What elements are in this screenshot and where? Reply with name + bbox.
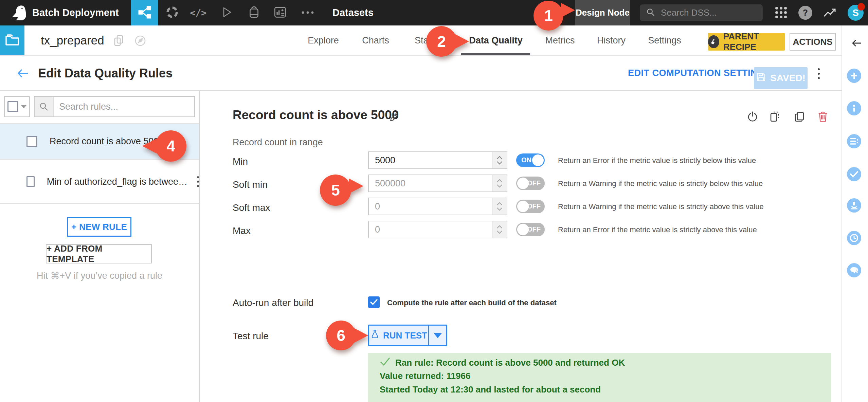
recipe-broom-icon [708,35,719,48]
pin-number: 4 [166,137,175,155]
tab-settings[interactable]: Settings [648,25,681,55]
dashboard-icon [273,5,287,20]
stepper-icon[interactable] [492,175,507,191]
rail-lab-icon[interactable] [847,198,861,213]
rule-editor: Record count is above 5000 Record count … [200,91,842,402]
autorun-checkbox[interactable] [368,296,380,308]
page-header: Edit Data Quality Rules EDIT COMPUTATION… [0,56,842,91]
select-all-rules[interactable] [4,96,30,117]
help-button[interactable]: ? [798,6,812,20]
code-nav-tile[interactable]: </> [185,0,212,25]
gauge-icon[interactable] [134,34,147,49]
parent-recipe-button[interactable]: PARENT RECIPE [708,33,785,51]
soft-min-input-field[interactable] [369,175,492,191]
select-all-checkbox[interactable] [7,101,18,112]
paste-hint: Hit ⌘+V if you’ve copied a rule [0,270,199,281]
flow-nav-tile[interactable] [131,0,158,25]
soft-min-input[interactable] [368,175,507,192]
jobs-nav-tile[interactable] [159,0,186,25]
back-arrow-icon[interactable] [16,68,30,80]
rail-discussions-icon[interactable] [847,263,861,277]
global-search[interactable] [640,4,763,21]
run-nav-tile[interactable] [213,0,240,25]
search-icon [35,97,54,116]
actions-button[interactable]: ACTIONS [790,33,836,51]
search-icon [646,7,655,18]
edit-computation-settings-link[interactable]: EDIT COMPUTATION SETTINGS [628,56,771,90]
page-menu-kebab[interactable] [818,68,820,79]
project-title[interactable]: Batch Deployment [32,0,119,25]
rules-search[interactable] [34,96,195,117]
stepper-icon[interactable] [492,152,507,168]
delete-trash-icon[interactable] [817,110,829,124]
more-nav-tile[interactable] [294,0,321,25]
design-node-button[interactable]: Design Node [575,0,630,25]
min-input[interactable] [368,151,507,169]
dataset-type-tile[interactable] [0,25,24,55]
rule-item-kebab[interactable] [197,176,199,187]
max-input-field[interactable] [369,221,492,238]
max-toggle[interactable]: OFF [516,223,545,236]
rail-history-icon[interactable] [847,231,861,245]
rule-subtitle: Record count in range [233,137,323,148]
section-title: Datasets [332,0,374,25]
user-avatar[interactable]: S [848,5,864,21]
max-label: Max [233,225,251,236]
collapse-panel-arrow-icon[interactable] [851,38,863,50]
rule-list-item[interactable]: Min of authorized_flag is betwee… [0,160,199,204]
global-search-input[interactable] [660,7,753,18]
pin-tail [455,34,469,49]
trend-icon[interactable] [823,7,837,20]
success-check-icon [380,357,391,369]
stepper-icon[interactable] [492,221,507,238]
soft-max-input-field[interactable] [369,198,492,215]
min-input-field[interactable] [369,152,492,168]
rule-checkbox[interactable] [26,136,37,147]
run-test-main[interactable]: RUN TEST [369,326,428,345]
stack-nav-tile[interactable] [240,0,268,25]
edit-pencil-icon[interactable] [388,112,399,124]
toggle-state-label: OFF [527,202,541,210]
min-toggle[interactable]: ON [516,153,545,167]
soft-max-description: Return a Warning if the metric value is … [558,202,764,211]
dashboard-nav-tile[interactable] [267,0,294,25]
dataiku-logo-icon[interactable] [10,4,27,23]
tab-history[interactable]: History [597,25,626,55]
annotation-pin-5: 5 [320,175,351,206]
pin-number: 5 [331,181,340,199]
apps-grid-icon[interactable] [774,6,788,21]
copy-to-icon[interactable] [769,111,781,124]
annotation-pin-1: 1 [534,1,563,31]
rail-add-icon[interactable] [847,69,861,83]
saved-button[interactable]: SAVED! [754,67,808,89]
rules-search-input[interactable] [54,97,194,116]
rail-data-quality-icon[interactable] [847,167,861,181]
tab-explore[interactable]: Explore [308,25,339,55]
tab-charts[interactable]: Charts [362,25,389,55]
copy-name-icon[interactable] [113,35,125,48]
run-test-dropdown[interactable] [428,326,446,345]
rail-info-icon[interactable] [847,101,861,115]
soft-max-toggle[interactable]: OFF [516,200,545,213]
run-test-button[interactable]: RUN TEST [368,325,447,346]
soft-max-input[interactable] [368,198,507,215]
soft-min-toggle[interactable]: OFF [516,177,545,190]
new-rule-button[interactable]: + NEW RULE [67,217,131,237]
rail-schema-icon[interactable] [847,134,861,148]
max-input[interactable] [368,221,507,238]
toggle-knob [532,154,544,166]
add-from-template-button[interactable]: + ADD FROM TEMPLATE [46,244,152,263]
pin-number: 6 [337,326,345,345]
ellipsis-icon [301,10,314,16]
stepper-icon[interactable] [492,198,507,215]
stack-icon [248,6,260,20]
duplicate-icon[interactable] [793,111,806,124]
tab-data-quality[interactable]: Data Quality [469,25,523,55]
pin-tail [349,179,363,194]
rule-checkbox[interactable] [26,176,35,187]
flask-icon [370,329,380,342]
min-description: Return an Error if the metric value is s… [558,156,756,165]
disable-rule-power-icon[interactable] [747,111,758,124]
play-icon [221,6,233,20]
parent-recipe-label: PARENT RECIPE [723,31,785,52]
